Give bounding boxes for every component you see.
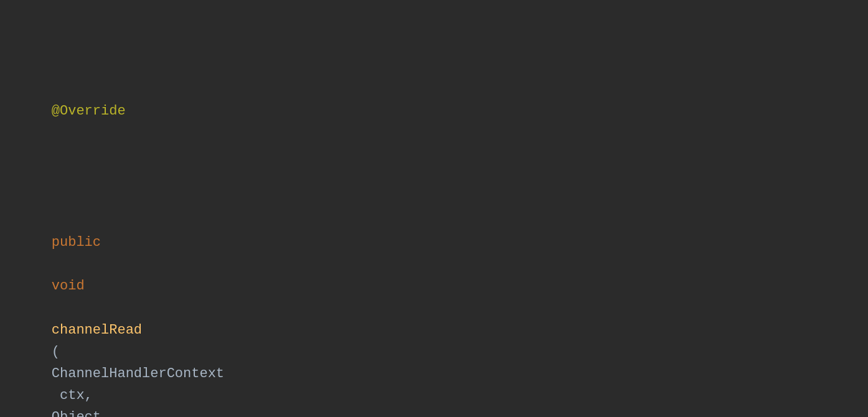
line-method-sig: public void channelRead ( ChannelHandler… [19,210,849,417]
keyword-void: void [52,278,85,294]
keyword-public: public [52,235,101,250]
code-editor: @Override public void channelRead ( Chan… [19,12,849,417]
annotation-override: @Override [52,103,126,119]
line-override: @Override [19,78,849,144]
type-object: Object [52,410,101,417]
type-channelhandlercontext: ChannelHandlerContext [52,366,224,382]
method-channelread: channelRead [52,322,142,338]
